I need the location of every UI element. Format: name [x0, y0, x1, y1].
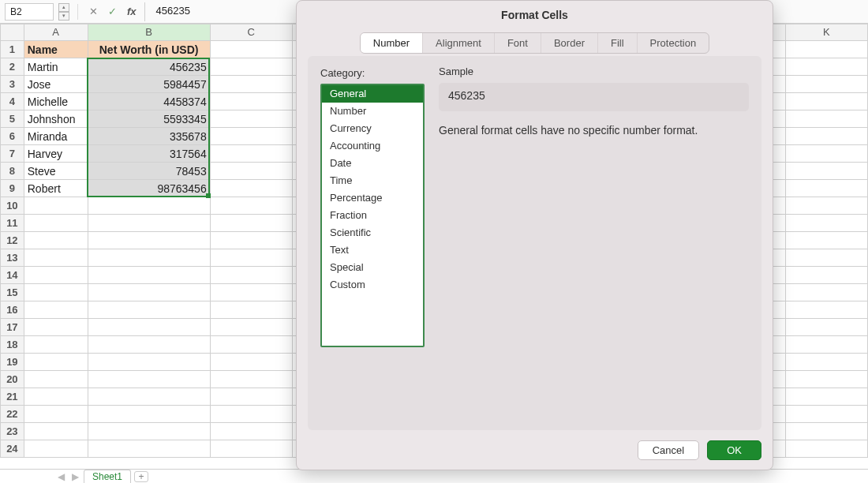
cell[interactable]: [88, 371, 210, 388]
category-item[interactable]: Number: [322, 103, 423, 120]
cell[interactable]: [210, 249, 292, 267]
tab-nav-prev-icon[interactable]: ◀: [55, 471, 66, 482]
row-header[interactable]: 20: [1, 371, 24, 388]
cell[interactable]: [785, 319, 867, 336]
cell[interactable]: [88, 249, 210, 267]
cell[interactable]: 5593345: [88, 110, 210, 128]
category-item[interactable]: Accounting: [322, 137, 423, 155]
ok-button[interactable]: OK: [707, 440, 761, 460]
cell[interactable]: [785, 301, 867, 319]
cell[interactable]: [785, 93, 867, 110]
cell[interactable]: [210, 284, 292, 301]
row-header[interactable]: 14: [1, 267, 24, 284]
row-header[interactable]: 8: [1, 163, 24, 180]
row-header[interactable]: 24: [1, 440, 24, 458]
cell[interactable]: [785, 354, 867, 371]
fx-label[interactable]: fx: [127, 6, 137, 17]
row-header[interactable]: 22: [1, 406, 24, 423]
cell[interactable]: [24, 284, 88, 301]
cell[interactable]: [785, 215, 867, 232]
cell[interactable]: [785, 406, 867, 423]
cell[interactable]: [24, 197, 88, 215]
dialog-tab-protection[interactable]: Protection: [638, 33, 709, 53]
category-item[interactable]: Custom: [322, 276, 423, 294]
cell[interactable]: [785, 110, 867, 128]
cell[interactable]: [88, 215, 210, 232]
row-header[interactable]: 19: [1, 354, 24, 371]
cell[interactable]: [785, 336, 867, 354]
cell[interactable]: [24, 319, 88, 336]
cell[interactable]: [88, 406, 210, 423]
dialog-tab-font[interactable]: Font: [495, 33, 541, 53]
category-item[interactable]: Time: [322, 172, 423, 189]
cell[interactable]: [785, 232, 867, 249]
tab-nav-next-icon[interactable]: ▶: [69, 471, 80, 482]
cell[interactable]: [210, 319, 292, 336]
cell[interactable]: [210, 197, 292, 215]
cell[interactable]: [210, 215, 292, 232]
category-item[interactable]: Currency: [322, 120, 423, 137]
dialog-tab-number[interactable]: Number: [361, 33, 423, 53]
row-header[interactable]: 6: [1, 128, 24, 145]
cell[interactable]: Michelle: [24, 93, 88, 110]
column-header[interactable]: C: [210, 24, 292, 41]
cell[interactable]: [88, 197, 210, 215]
cell[interactable]: Martin: [24, 58, 88, 76]
cell[interactable]: 98763456: [88, 180, 210, 197]
cell[interactable]: [785, 388, 867, 406]
cell[interactable]: [24, 301, 88, 319]
cell[interactable]: [785, 180, 867, 197]
cell[interactable]: Jose: [24, 76, 88, 93]
cell[interactable]: [210, 76, 292, 93]
row-header[interactable]: 7: [1, 145, 24, 163]
cell[interactable]: [210, 41, 292, 58]
category-item[interactable]: General: [322, 85, 423, 103]
name-box[interactable]: B2: [5, 3, 54, 21]
cell[interactable]: [88, 440, 210, 458]
cell[interactable]: [210, 128, 292, 145]
cell[interactable]: [210, 267, 292, 284]
cell[interactable]: [210, 301, 292, 319]
cell[interactable]: [24, 423, 88, 440]
cell[interactable]: 4458374: [88, 93, 210, 110]
row-header[interactable]: 21: [1, 388, 24, 406]
row-header[interactable]: 5: [1, 110, 24, 128]
cell[interactable]: [24, 406, 88, 423]
row-header[interactable]: 13: [1, 249, 24, 267]
column-header[interactable]: B: [88, 24, 210, 41]
cell[interactable]: [210, 145, 292, 163]
cell[interactable]: 335678: [88, 128, 210, 145]
cell[interactable]: [88, 423, 210, 440]
cell[interactable]: [24, 388, 88, 406]
cell[interactable]: [210, 336, 292, 354]
cell[interactable]: [785, 267, 867, 284]
row-header[interactable]: 18: [1, 336, 24, 354]
row-header[interactable]: 9: [1, 180, 24, 197]
cell[interactable]: [785, 58, 867, 76]
cell[interactable]: [210, 163, 292, 180]
category-item[interactable]: Text: [322, 242, 423, 259]
add-sheet-button[interactable]: +: [134, 471, 148, 482]
cell[interactable]: [210, 354, 292, 371]
category-list[interactable]: GeneralNumberCurrencyAccountingDateTimeP…: [320, 84, 425, 347]
cell[interactable]: [210, 423, 292, 440]
cell[interactable]: [785, 76, 867, 93]
cell[interactable]: [88, 232, 210, 249]
cell[interactable]: Net Worth (in USD): [88, 41, 210, 58]
row-header[interactable]: 2: [1, 58, 24, 76]
cell[interactable]: [24, 267, 88, 284]
cell[interactable]: [24, 371, 88, 388]
cell[interactable]: 456235: [88, 58, 210, 76]
cell[interactable]: [785, 128, 867, 145]
cell[interactable]: [88, 301, 210, 319]
dialog-tab-alignment[interactable]: Alignment: [423, 33, 495, 53]
dialog-tab-border[interactable]: Border: [541, 33, 598, 53]
cell[interactable]: [785, 41, 867, 58]
cell[interactable]: [24, 215, 88, 232]
cell[interactable]: [24, 354, 88, 371]
cancel-button[interactable]: Cancel: [638, 440, 699, 460]
row-header[interactable]: 17: [1, 319, 24, 336]
cell[interactable]: [24, 440, 88, 458]
cell[interactable]: [88, 267, 210, 284]
cell[interactable]: [210, 406, 292, 423]
